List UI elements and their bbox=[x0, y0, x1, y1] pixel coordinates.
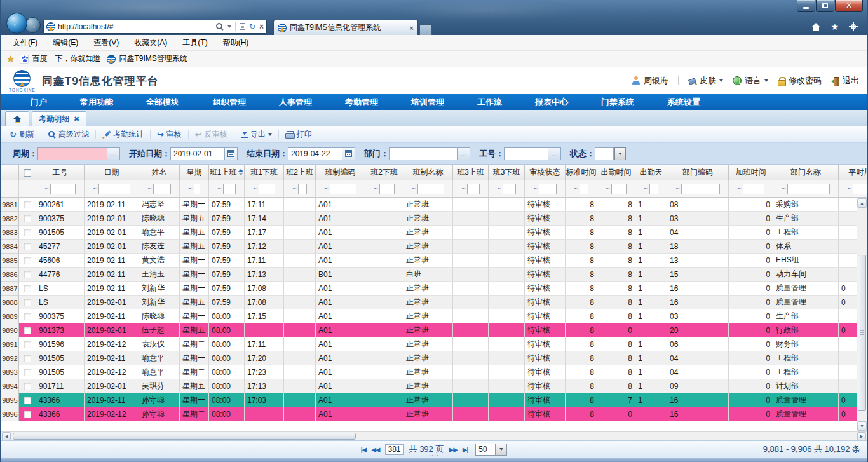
column-filter-input[interactable] bbox=[50, 184, 76, 194]
table-row[interactable]: 98939015052019-02-12喻意平星期二08:0017:23A01正… bbox=[1, 365, 867, 379]
restore-button[interactable] bbox=[816, 0, 834, 12]
table-row[interactable]: 98899003752019-02-11陈晓聪星期一08:0017:15A01正… bbox=[1, 309, 867, 323]
close-button[interactable]: ✕ bbox=[835, 0, 863, 12]
column-filter-input[interactable] bbox=[223, 184, 236, 194]
tab-close-icon[interactable]: × bbox=[410, 24, 414, 32]
nav-item[interactable]: 报表中心 bbox=[519, 94, 585, 110]
row-checkbox[interactable] bbox=[24, 285, 31, 292]
column-filter-input[interactable] bbox=[681, 184, 720, 194]
select-all-header[interactable] bbox=[19, 165, 36, 180]
browser-tab[interactable]: 同鑫T9IMS信息化管理系统 × bbox=[273, 20, 418, 35]
employee-no-picker-button[interactable]: … bbox=[548, 147, 561, 160]
start-date-input[interactable] bbox=[170, 147, 225, 160]
scroll-right-arrow[interactable]: ▶ bbox=[857, 432, 866, 440]
favorites-item[interactable]: 百度一下，你就知道 bbox=[20, 53, 100, 64]
column-header[interactable]: 部门名称 bbox=[773, 165, 839, 180]
column-filter-input[interactable] bbox=[649, 184, 658, 194]
row-checkbox-cell[interactable] bbox=[19, 407, 36, 421]
column-filter-input[interactable] bbox=[194, 184, 200, 194]
row-checkbox-cell[interactable] bbox=[19, 254, 36, 268]
row-checkbox-cell[interactable] bbox=[19, 198, 36, 212]
forward-button[interactable]: → bbox=[25, 17, 41, 33]
row-checkbox-cell[interactable] bbox=[19, 268, 36, 282]
column-filter-input[interactable] bbox=[611, 184, 627, 194]
row-checkbox-cell[interactable] bbox=[19, 337, 36, 351]
column-header[interactable]: 班3上班 bbox=[453, 165, 489, 180]
row-checkbox-cell[interactable] bbox=[19, 323, 36, 337]
nav-item[interactable]: 工作流 bbox=[461, 94, 519, 110]
column-filter-input[interactable] bbox=[743, 184, 764, 194]
end-date-input[interactable] bbox=[288, 147, 342, 160]
search-icon[interactable] bbox=[215, 22, 224, 31]
menu-item[interactable]: 收藏夹(A) bbox=[126, 35, 175, 50]
table-row[interactable]: 9886447762019-02-11王清玉星期一07:5917:13B01白班… bbox=[1, 268, 867, 282]
audit-button[interactable]: ↪ 审核 bbox=[155, 129, 184, 140]
column-header[interactable]: 班2上班 bbox=[284, 165, 316, 180]
row-checkbox-cell[interactable] bbox=[19, 309, 36, 323]
row-checkbox[interactable] bbox=[24, 257, 31, 264]
period-picker-button[interactable]: … bbox=[107, 147, 120, 160]
favorites-item[interactable]: 同鑫T9IMS管理系统 bbox=[107, 53, 187, 64]
row-checkbox-cell[interactable] bbox=[19, 240, 36, 254]
row-checkbox[interactable] bbox=[24, 327, 31, 334]
row-checkbox-cell[interactable] bbox=[19, 282, 36, 296]
favorites-icon[interactable]: ★ bbox=[831, 22, 839, 32]
row-checkbox[interactable] bbox=[24, 313, 31, 320]
row-checkbox-cell[interactable] bbox=[19, 296, 36, 309]
employee-no-input[interactable] bbox=[504, 147, 548, 160]
select-all-checkbox[interactable] bbox=[24, 169, 31, 177]
page-size-select[interactable]: 50 bbox=[475, 444, 507, 456]
row-checkbox-cell[interactable] bbox=[19, 351, 36, 365]
window-titlebar[interactable]: ✕ bbox=[1, 0, 867, 18]
address-bar[interactable]: http://localhost/# ↻ × bbox=[43, 20, 267, 34]
row-checkbox[interactable] bbox=[24, 243, 31, 250]
column-header[interactable]: 平时加班 bbox=[839, 165, 867, 180]
row-checkbox-cell[interactable] bbox=[19, 393, 36, 407]
current-user[interactable]: 周银海 bbox=[632, 75, 668, 86]
horizontal-scroll-thumb[interactable] bbox=[13, 433, 356, 440]
home-tab[interactable] bbox=[5, 111, 29, 126]
tab-attendance-detail[interactable]: 考勤明细 ✖ bbox=[32, 111, 86, 126]
gear-icon[interactable] bbox=[849, 22, 858, 31]
table-row[interactable]: 98819002612019-02-11冯志坚星期一07:5917:11A01正… bbox=[1, 198, 867, 212]
scroll-down-arrow[interactable]: ▼ bbox=[857, 421, 867, 431]
url-text[interactable]: http://localhost/# bbox=[58, 22, 213, 31]
nav-item[interactable]: 门户 bbox=[14, 94, 64, 110]
table-row[interactable]: 98919015962019-02-12袁汝仪星期二08:0017:11A01正… bbox=[1, 337, 867, 351]
column-filter-input[interactable] bbox=[787, 184, 830, 194]
row-checkbox[interactable] bbox=[24, 215, 31, 222]
nav-item[interactable]: 全部模块 bbox=[130, 94, 196, 110]
vertical-scroll-thumb[interactable] bbox=[858, 255, 866, 411]
column-header[interactable]: 工号 bbox=[36, 165, 85, 180]
column-filter-input[interactable] bbox=[417, 184, 444, 194]
column-filter-input[interactable] bbox=[259, 184, 275, 194]
scroll-up-arrow[interactable]: ▲ bbox=[857, 198, 867, 208]
column-filter-input[interactable] bbox=[330, 184, 356, 194]
row-checkbox[interactable] bbox=[24, 369, 31, 376]
skin-menu[interactable]: 皮肤 bbox=[688, 75, 723, 86]
column-filter-input[interactable] bbox=[98, 184, 130, 194]
column-header[interactable]: 班1下班 bbox=[245, 165, 284, 180]
menu-item[interactable]: 工具(T) bbox=[175, 35, 215, 50]
column-filter-input[interactable] bbox=[580, 184, 588, 194]
page-size-value[interactable]: 50 bbox=[475, 444, 496, 456]
column-header[interactable]: 出勤时间 bbox=[597, 165, 635, 180]
column-header[interactable]: 标准时间 bbox=[566, 165, 597, 180]
row-checkbox[interactable] bbox=[24, 341, 31, 348]
export-button[interactable]: 导出 bbox=[239, 129, 274, 140]
row-checkbox[interactable] bbox=[24, 397, 31, 404]
menu-item[interactable]: 帮助(H) bbox=[215, 35, 257, 50]
row-checkbox[interactable] bbox=[24, 355, 31, 362]
column-header[interactable]: 部门编码 bbox=[667, 165, 729, 180]
table-row[interactable]: 98839015052019-02-01喻意平星期五07:5917:17A01正… bbox=[1, 226, 867, 240]
table-row[interactable]: 9896433662019-02-12孙守聪星期二08:00A01正常班待审核8… bbox=[1, 407, 867, 421]
page-size-dropdown[interactable] bbox=[496, 444, 507, 456]
advanced-filter-button[interactable]: 高级过滤 bbox=[46, 129, 91, 140]
table-row[interactable]: 9884452772019-02-01陈友连星期五07:5917:12A01正常… bbox=[1, 240, 867, 254]
column-header[interactable]: 加班时间 bbox=[729, 165, 773, 180]
column-header[interactable]: 出勤天 bbox=[635, 165, 667, 180]
nav-item[interactable]: 门禁系统 bbox=[585, 94, 651, 110]
last-page-button[interactable]: ▶| bbox=[463, 446, 468, 453]
nav-item[interactable]: 常用功能 bbox=[64, 94, 130, 110]
column-filter-input[interactable] bbox=[379, 184, 395, 194]
